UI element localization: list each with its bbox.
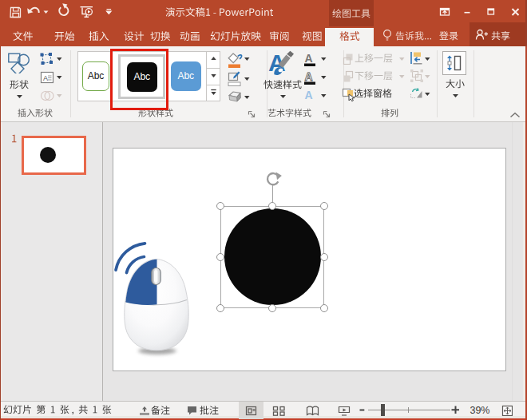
svg-text:A: A bbox=[305, 89, 313, 101]
svg-text:A: A bbox=[43, 74, 48, 82]
svg-text:A: A bbox=[305, 70, 313, 83]
svg-text:A: A bbox=[305, 52, 313, 65]
